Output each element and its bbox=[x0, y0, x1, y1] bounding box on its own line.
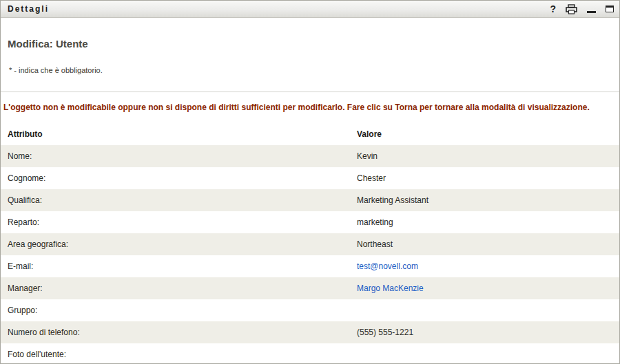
row-label: Cognome: bbox=[1, 173, 357, 183]
row-label: Reparto: bbox=[1, 217, 357, 227]
email-link[interactable]: test@novell.com bbox=[357, 261, 418, 271]
print-icon[interactable] bbox=[566, 3, 577, 15]
table-row-gruppo: Gruppo: bbox=[1, 299, 619, 321]
header-section: Modifica: Utente * - indica che è obblig… bbox=[1, 18, 619, 92]
maximize-icon[interactable] bbox=[606, 3, 614, 15]
row-label: Qualifica: bbox=[1, 195, 357, 205]
table-row-nome: Nome: Kevin bbox=[1, 145, 619, 167]
table-row-foto-utente: Foto dell'utente: bbox=[1, 343, 619, 364]
titlebar-icons: ? bbox=[550, 3, 614, 15]
row-label: Numero di telefono: bbox=[1, 328, 357, 337]
row-value: (555) 555-1221 bbox=[357, 328, 619, 337]
table-row-cognome: Cognome: Chester bbox=[1, 167, 619, 189]
row-label: Foto dell'utente: bbox=[1, 350, 357, 359]
manager-link[interactable]: Margo MacKenzie bbox=[357, 283, 424, 293]
table-row-numero-telefono: Numero di telefono: (555) 555-1221 bbox=[1, 321, 619, 343]
table-row-email: E-mail: test@novell.com bbox=[1, 255, 619, 277]
warning-bar: L'oggetto non è modificabile oppure non … bbox=[1, 92, 619, 122]
help-icon[interactable]: ? bbox=[550, 3, 556, 15]
warning-message: L'oggetto non è modificabile oppure non … bbox=[3, 103, 590, 112]
minimize-icon[interactable] bbox=[587, 3, 596, 15]
row-value: marketing bbox=[357, 217, 619, 227]
attribute-table: Attributo Valore Nome: Kevin Cognome: Ch… bbox=[1, 122, 619, 364]
title-bar: Dettagli ? bbox=[1, 1, 619, 18]
row-label: Manager: bbox=[1, 283, 357, 293]
table-row-reparto: Reparto: marketing bbox=[1, 211, 619, 233]
window-title: Dettagli bbox=[8, 4, 49, 14]
table-row-qualifica: Qualifica: Marketing Assistant bbox=[1, 189, 619, 211]
row-label: Gruppo: bbox=[1, 306, 357, 315]
row-value: Northeast bbox=[357, 239, 619, 249]
row-value: Kevin bbox=[357, 151, 619, 161]
row-label: Area geografica: bbox=[1, 239, 357, 249]
row-value: Marketing Assistant bbox=[357, 195, 619, 205]
page-title: Modifica: Utente bbox=[8, 18, 612, 50]
row-value: test@novell.com bbox=[357, 261, 619, 271]
table-header-row: Attributo Valore bbox=[1, 122, 619, 145]
table-row-area-geografica: Area geografica: Northeast bbox=[1, 233, 619, 255]
row-label: E-mail: bbox=[1, 261, 357, 271]
row-value: Chester bbox=[357, 173, 619, 183]
required-note: * - indica che è obbligatorio. bbox=[8, 50, 612, 74]
column-header-value: Valore bbox=[357, 129, 619, 139]
column-header-attribute: Attributo bbox=[1, 129, 357, 139]
row-label: Nome: bbox=[1, 151, 357, 161]
details-window: Dettagli ? Modifica: Utente * - indica bbox=[0, 0, 620, 364]
table-row-manager: Manager: Margo MacKenzie bbox=[1, 277, 619, 299]
row-value: Margo MacKenzie bbox=[357, 283, 619, 293]
